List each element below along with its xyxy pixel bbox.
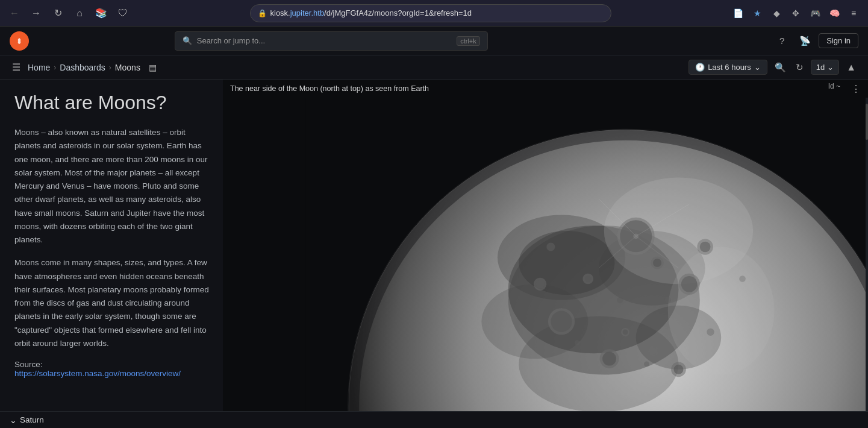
sign-in-button[interactable]: Sign in	[819, 33, 858, 48]
breadcrumb-dashboards[interactable]: Dashboards	[60, 63, 105, 72]
share-button[interactable]: ▤	[145, 60, 160, 75]
svg-point-13	[668, 247, 775, 374]
bookmark-button[interactable]: ★	[749, 5, 766, 22]
time-range-button[interactable]: 🕐 Last 6 hours ⌄	[688, 60, 767, 75]
search-shortcut: ctrl+k	[457, 36, 480, 46]
help-button[interactable]: ?	[773, 32, 791, 50]
breadcrumb-sep-1: ›	[54, 63, 56, 72]
svg-point-30	[700, 242, 711, 253]
svg-point-11	[519, 231, 614, 295]
source-prefix: Source:	[14, 360, 43, 369]
browser-actions: 📄 ★ ◆ ✥ 🎮 🧠 ≡	[729, 5, 862, 22]
svg-point-37	[707, 329, 714, 336]
breadcrumb-moons: Moons	[115, 63, 140, 72]
library-button[interactable]: 📚	[93, 5, 110, 22]
source-url-link[interactable]: https://solarsystem.nasa.gov/moons/overv…	[14, 369, 181, 378]
panel-title: What are Moons?	[14, 92, 211, 114]
moon-image-panel: The near side of the Moon (north at top)…	[223, 80, 868, 428]
scrollbar-thumb	[866, 104, 868, 140]
search-icon: 🔍	[183, 36, 192, 45]
panel-menu-button[interactable]: ⋮	[851, 83, 861, 95]
breadcrumb-sep-2: ›	[109, 63, 111, 72]
back-button[interactable]: ←	[6, 5, 23, 22]
chevron-down-icon: ⌄	[754, 63, 761, 72]
hamburger-button[interactable]: ☰	[10, 59, 23, 75]
reader-view-button[interactable]: 📄	[729, 5, 746, 22]
home-button[interactable]: ⌂	[71, 5, 88, 22]
svg-point-18	[551, 311, 572, 332]
refresh-button[interactable]: ↻	[793, 60, 806, 75]
svg-point-24	[653, 259, 661, 267]
svg-point-26	[585, 275, 592, 282]
svg-point-38	[644, 362, 649, 367]
pocket-button[interactable]: ◆	[768, 5, 785, 22]
svg-point-32	[536, 280, 545, 288]
svg-point-41	[617, 297, 623, 304]
panel-header: The near side of the Moon (north at top)…	[223, 80, 868, 98]
svg-point-36	[575, 340, 580, 345]
source-link-container: Source: https://solarsystem.nasa.gov/moo…	[14, 360, 211, 378]
url-domain: jupiter.htb	[290, 8, 324, 17]
notifications-button[interactable]: 📡	[796, 32, 814, 50]
refresh-interval-dropdown[interactable]: 1d ⌄	[811, 60, 839, 75]
lock-icon: 🔒	[258, 9, 267, 17]
search-placeholder: Search or jump to...	[197, 36, 265, 45]
grafana-topbar: 🔍 Search or jump to... ctrl+k ? 📡 Sign i…	[0, 27, 868, 55]
nav-bar: ☰ Home › Dashboards › Moons ▤ 🕐 Last 6 h…	[0, 55, 868, 80]
zoom-out-button[interactable]: 🔍	[772, 60, 788, 75]
saturn-label: Saturn	[20, 415, 44, 424]
breadcrumb-home[interactable]: Home	[28, 63, 50, 72]
svg-point-28	[623, 329, 628, 335]
shield-button[interactable]: 🛡	[114, 5, 131, 22]
fullscreen-button[interactable]: ✥	[787, 5, 804, 22]
svg-point-22	[602, 352, 616, 366]
address-bar[interactable]: 🔒 kiosk.jupiter.htb/d/jMgFGfA4z/moons?or…	[250, 4, 611, 22]
paragraph-1: Moons – also known as natural satellites…	[14, 126, 211, 247]
url-path: /d/jMgFGfA4z/moons?orgId=1&refresh=1d	[324, 8, 472, 17]
forward-button[interactable]: →	[28, 5, 45, 22]
panel-image-title: The near side of the Moon (north at top)…	[230, 84, 429, 93]
svg-point-39	[546, 242, 555, 251]
chevron-down-icon-refresh: ⌄	[827, 63, 834, 72]
search-bar[interactable]: 🔍 Search or jump to... ctrl+k	[175, 31, 488, 51]
svg-point-40	[739, 275, 746, 282]
more-button[interactable]: ≡	[845, 5, 862, 22]
extensions-button[interactable]: 🧠	[826, 5, 843, 22]
topbar-right: ? 📡 Sign in	[773, 32, 858, 50]
gamepad-button[interactable]: 🎮	[807, 5, 823, 22]
svg-point-20	[681, 276, 698, 292]
nav-right: 🕐 Last 6 hours ⌄ 🔍 ↻ 1d ⌄ ▲	[688, 60, 858, 75]
chevron-down-icon-saturn: ⌄	[10, 415, 17, 425]
svg-point-34	[674, 365, 684, 374]
browser-chrome: ← → ↻ ⌂ 📚 🛡 🔒 kiosk.jupiter.htb/d/jMgFGf…	[0, 0, 868, 27]
reload-button[interactable]: ↻	[49, 5, 66, 22]
panel-scrollbar[interactable]	[866, 98, 868, 428]
saturn-collapse-button[interactable]: ⌄ Saturn	[10, 415, 44, 425]
svg-point-35	[664, 297, 671, 304]
moon-container	[223, 98, 868, 428]
time-range-label: Last 6 hours	[708, 63, 751, 72]
grafana-logo[interactable]	[10, 31, 29, 51]
clock-icon: 🕐	[695, 63, 705, 72]
left-text-panel: What are Moons? Moons – also known as na…	[0, 80, 223, 428]
url-text: kiosk.jupiter.htb/d/jMgFGfA4z/moons?orgI…	[270, 8, 472, 17]
paragraph-2: Moons come in many shapes, sizes, and ty…	[14, 256, 211, 350]
refresh-interval-label: 1d	[816, 63, 825, 72]
main-content: What are Moons? Moons – also known as na…	[0, 80, 868, 428]
moon-svg	[223, 98, 868, 428]
collapse-button[interactable]: ▲	[844, 60, 858, 75]
breadcrumb: Home › Dashboards › Moons	[28, 63, 140, 72]
saturn-section: ⌄ Saturn	[0, 411, 868, 428]
